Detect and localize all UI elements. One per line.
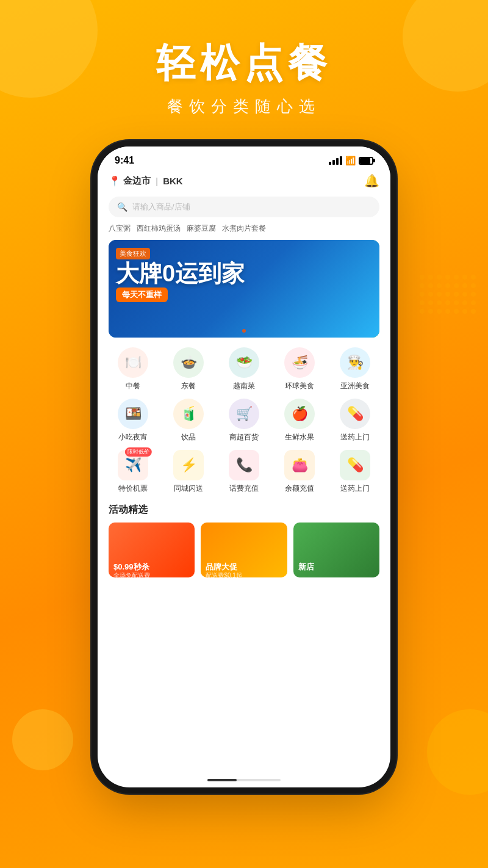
category-item-yazhou[interactable]: 👨‍🍳 亚洲美食 [331, 347, 379, 391]
svc-songyao2-icon: 💊 [340, 450, 370, 480]
cat-zhongcan-label: 中餐 [126, 381, 140, 391]
activity-section-title: 活动精选 [109, 504, 379, 516]
cat-shenxian-icon: 🍎 [284, 399, 315, 429]
svc-huafei-label: 话费充值 [229, 483, 259, 494]
svc-tongcheng-label: 同城闪送 [174, 483, 203, 494]
cat-shangchao-icon: 🛒 [229, 399, 259, 429]
location-city: 金边市 [123, 175, 151, 187]
category-row-1: 🍽️ 中餐 🍲 东餐 🥗 越南菜 🍜 环球美食 👨‍🍳 亚洲美食 [109, 347, 379, 391]
activity-cards: $0.99秒杀 全场免配送费 品牌大促 配送费$0.1起 新店 [109, 523, 379, 577]
category-row-2: 🍱 小吃夜宵 🧃 饮品 🛒 商超百货 🍎 生鲜水果 💊 送药上门 [109, 399, 379, 443]
banner-tag: 美食狂欢 [116, 248, 150, 259]
cat-dongcan-icon: 🍲 [173, 347, 204, 378]
activity-card-2-label: 新店 [298, 562, 314, 573]
search-bar[interactable]: 🔍 请输入商品/店铺 [109, 197, 379, 217]
hero-title: 轻松点餐 [0, 37, 488, 90]
cat-yazhou-icon: 👨‍🍳 [340, 347, 370, 378]
wifi-icon: 📶 [345, 156, 356, 165]
banner-main-text: 大牌0运到家 [116, 262, 245, 285]
banner[interactable]: 美食狂欢 大牌0运到家 每天不重样 [109, 240, 379, 338]
quick-tag-0[interactable]: 八宝粥 [109, 223, 131, 234]
activity-card-0-sub: 全场免配送费 [113, 571, 150, 577]
status-bar: 9:41 📶 [98, 146, 390, 168]
quick-tag-1[interactable]: 西红柿鸡蛋汤 [137, 223, 181, 234]
service-item-huafei[interactable]: 📞 话费充值 [220, 450, 268, 494]
category-section: 🍽️ 中餐 🍲 东餐 🥗 越南菜 🍜 环球美食 👨‍🍳 亚洲美食 [98, 345, 390, 443]
banner-sub-text: 每天不重样 [116, 288, 168, 302]
home-indicator [207, 779, 281, 781]
svc-songyao2-label: 送药上门 [340, 483, 370, 494]
signal-bars-icon [329, 156, 342, 165]
category-item-zhongcan[interactable]: 🍽️ 中餐 [109, 347, 157, 391]
cat-yuenancai-label: 越南菜 [233, 381, 255, 391]
status-time: 9:41 [115, 155, 134, 166]
category-item-yuenancai[interactable]: 🥗 越南菜 [220, 347, 268, 391]
quick-tags: 八宝粥 西红柿鸡蛋汤 麻婆豆腐 水煮肉片套餐 [98, 223, 390, 240]
hero-subtitle: 餐饮分类随心选 [0, 96, 488, 117]
location-divider: | [156, 176, 158, 186]
bell-icon[interactable]: 🔔 [364, 173, 379, 188]
cat-zhongcan-icon: 🍽️ [118, 347, 148, 378]
category-item-songyao[interactable]: 💊 送药上门 [331, 399, 379, 443]
svc-yue-label: 余额充值 [285, 483, 314, 494]
battery-icon [359, 157, 373, 165]
bg-circle-bottom-left [12, 709, 73, 770]
banner-text: 美食狂欢 大牌0运到家 每天不重样 [116, 247, 245, 302]
cat-songyao-label: 送药上门 [340, 432, 370, 443]
svc-tejiaji-label: 特价机票 [118, 483, 148, 494]
svc-huafei-icon: 📞 [229, 450, 259, 480]
quick-tag-2[interactable]: 麻婆豆腐 [187, 223, 216, 234]
location-info[interactable]: 📍 金边市 | BKK [109, 175, 183, 187]
phone-mockup: 9:41 📶 📍 金边市 | BKK [98, 146, 390, 842]
cat-shenxian-label: 生鲜水果 [285, 432, 314, 443]
cat-yinpin-label: 饮品 [181, 432, 196, 443]
location-pin-icon: 📍 [109, 175, 121, 187]
service-item-tejiaji[interactable]: 限时低价 ✈️ 特价机票 [109, 450, 157, 494]
cat-yuenancai-icon: 🥗 [229, 347, 259, 378]
search-icon: 🔍 [117, 202, 127, 212]
cat-huanqiu-label: 环球美食 [285, 381, 314, 391]
service-badge-tejiaji: 限时低价 [125, 447, 152, 457]
category-item-shenxian[interactable]: 🍎 生鲜水果 [275, 399, 324, 443]
quick-tag-3[interactable]: 水煮肉片套餐 [222, 223, 266, 234]
category-item-yinpin[interactable]: 🧃 饮品 [164, 399, 213, 443]
cat-xiaochi-icon: 🍱 [118, 399, 148, 429]
cat-yinpin-icon: 🧃 [173, 399, 204, 429]
search-placeholder: 请输入商品/店铺 [132, 201, 190, 212]
phone-frame: 9:41 📶 📍 金边市 | BKK [98, 146, 390, 787]
hero-section: 轻松点餐 餐饮分类随心选 [0, 37, 488, 117]
svc-tongcheng-icon: ⚡ [173, 450, 204, 480]
cat-huanqiu-icon: 🍜 [284, 347, 315, 378]
status-icons: 📶 [329, 156, 373, 165]
service-item-yue[interactable]: 👛 余额充值 [275, 450, 324, 494]
service-section: 限时低价 ✈️ 特价机票 ⚡ 同城闪送 📞 话费充值 👛 余额充值 💊 [98, 450, 390, 499]
cat-shangchao-label: 商超百货 [229, 432, 259, 443]
activity-card-1[interactable]: 品牌大促 配送费$0.1起 [201, 523, 287, 577]
cat-xiaochi-label: 小吃夜宵 [118, 432, 148, 443]
banner-dot-indicator [242, 329, 246, 333]
cat-songyao-icon: 💊 [340, 399, 370, 429]
cat-yazhou-label: 亚洲美食 [340, 381, 370, 391]
location-code: BKK [163, 176, 183, 186]
category-item-dongcan[interactable]: 🍲 东餐 [164, 347, 213, 391]
category-item-huanqiu[interactable]: 🍜 环球美食 [275, 347, 324, 391]
bg-circle-bottom-right [427, 709, 488, 795]
bg-dots [420, 275, 476, 314]
activity-card-0[interactable]: $0.99秒杀 全场免配送费 [109, 523, 195, 577]
activity-card-1-sub: 配送费$0.1起 [206, 571, 242, 577]
category-item-xiaochi[interactable]: 🍱 小吃夜宵 [109, 399, 157, 443]
service-row: 限时低价 ✈️ 特价机票 ⚡ 同城闪送 📞 话费充值 👛 余额充值 💊 [109, 450, 379, 494]
app-header: 📍 金边市 | BKK 🔔 [98, 168, 390, 194]
service-item-songyao2[interactable]: 💊 送药上门 [331, 450, 379, 494]
activity-section: 活动精选 $0.99秒杀 全场免配送费 品牌大促 配送费$0.1起 新店 [98, 499, 390, 577]
category-item-shangchao[interactable]: 🛒 商超百货 [220, 399, 268, 443]
activity-card-2[interactable]: 新店 [293, 523, 379, 577]
svc-yue-icon: 👛 [284, 450, 315, 480]
cat-dongcan-label: 东餐 [181, 381, 196, 391]
service-item-tongcheng[interactable]: ⚡ 同城闪送 [164, 450, 213, 494]
